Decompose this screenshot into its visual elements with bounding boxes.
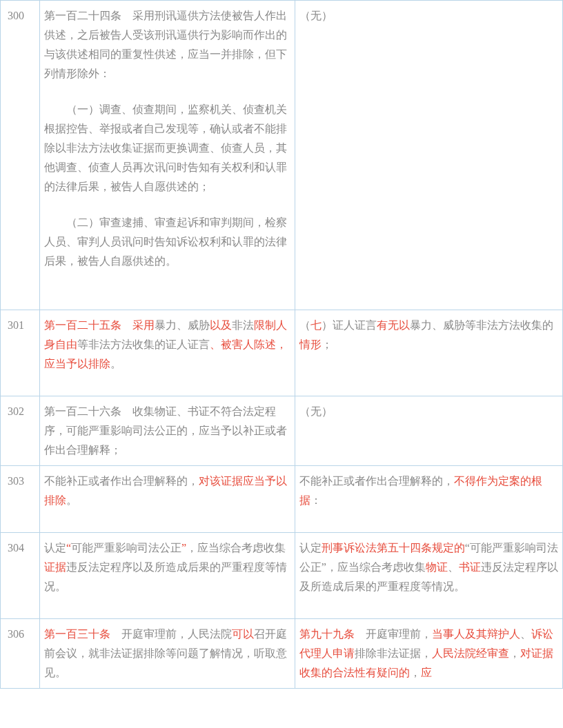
text: 等非法方法收集的证人证言 [77, 338, 210, 350]
spacer [44, 374, 290, 390]
row-number-text: 306 [8, 628, 24, 640]
text-highlight: 七 [310, 319, 322, 331]
text: 不能补正或者作出合理解释的， [299, 475, 454, 487]
text: ）证人证言 [322, 319, 377, 331]
right-cell: （七）证人证言有无以暴力、威胁等非法方法收集的情形； [295, 310, 562, 396]
text: 认定 [44, 542, 66, 554]
row-number-text: 304 [8, 542, 24, 554]
text: 开庭审理前，人民法院 [110, 628, 232, 640]
text-highlight: 有无以 [377, 319, 410, 331]
text-highlight: 人民法院经审查 [432, 647, 509, 659]
table-row: 306 第一百三十条 开庭审理前，人民法院可以召开庭前会议，就非法证据排除等问题… [1, 619, 563, 689]
text-highlight: 第一百三十条 [44, 628, 110, 640]
row-number: 300 [1, 1, 40, 310]
comparison-table: 300 第一百二十四条 采用刑讯逼供方法使被告人作出供述，之后被告人受该刑讯逼供… [0, 0, 563, 689]
text-highlight: 证据 [44, 561, 66, 573]
text: 非法 [232, 319, 254, 331]
text-highlight: 以及 [210, 319, 232, 331]
left-cell: 认定“可能严重影响司法公正”，应当综合考虑收集证据违反法定程序以及所造成后果的严… [39, 533, 295, 619]
text: 、 [448, 561, 459, 573]
text-highlight: 第一百二十五条 采用 [44, 319, 155, 331]
text: 开庭审理前， [355, 628, 432, 640]
paragraph: （一）调查、侦查期间，监察机关、侦查机关根据控告、举报或者自己发现等，确认或者不… [44, 100, 290, 196]
text: （ [299, 319, 310, 331]
text-highlight: 应 [421, 667, 432, 678]
row-number-text: 303 [8, 475, 24, 487]
text-highlight: 物证 [426, 561, 448, 573]
text: （无） [299, 10, 333, 21]
row-number: 301 [1, 310, 40, 396]
text: 第一百二十四条 采用刑讯逼供方法使被告人作出供述，之后被告人受该刑讯逼供行为影响… [44, 10, 287, 79]
table-row: 303 不能补正或者作出合理解释的，对该证据应当予以排除。 不能补正或者作出合理… [1, 466, 563, 533]
spacer [44, 83, 290, 100]
row-number-text: 300 [8, 10, 24, 21]
spacer [44, 596, 290, 613]
text: 。 [110, 358, 121, 370]
text: （二）审查逮捕、审查起诉和审判期间，检察人员、审判人员讯问时告知诉讼权利和认罪的… [44, 216, 287, 267]
left-cell: 第一百二十五条 采用暴力、威胁以及非法限制人身自由等非法方法收集的证人证言、被害… [39, 310, 295, 396]
row-number: 304 [1, 533, 40, 619]
text-highlight: 刑事诉讼法第五十四条规定的 [322, 542, 465, 554]
text: ， [410, 667, 421, 678]
text: 违反法定程序以及所造成后果的严重程度等情况。 [44, 561, 287, 592]
text-highlight: “ [66, 542, 71, 554]
row-number-text: 301 [8, 319, 24, 331]
table-row: 300 第一百二十四条 采用刑讯逼供方法使被告人作出供述，之后被告人受该刑讯逼供… [1, 1, 563, 310]
text: ； [322, 338, 333, 350]
row-number-text: 302 [8, 405, 24, 417]
text: ： [310, 494, 322, 506]
text-highlight: 当事人及其辩护人 [432, 628, 520, 640]
paragraph: （二）审查逮捕、审查起诉和审判期间，检察人员、审判人员讯问时告知诉讼权利和认罪的… [44, 213, 290, 271]
text: ， [509, 647, 520, 659]
right-cell: 不能补正或者作出合理解释的，不得作为定案的根据： [295, 466, 562, 533]
text-highlight: 情形 [299, 338, 322, 350]
row-number: 303 [1, 466, 40, 533]
text: ，应当综合考虑收集 [186, 542, 286, 554]
text: 。 [66, 494, 77, 506]
row-number: 302 [1, 396, 40, 466]
text-highlight: 书证 [459, 561, 481, 573]
text-highlight: 第九十九条 [299, 628, 355, 640]
text: 第一百二十六条 收集物证、书证不符合法定程序，可能严重影响司法公正的，应当予以补… [44, 405, 287, 456]
left-cell: 第一百三十条 开庭审理前，人民法院可以召开庭前会议，就非法证据排除等问题了解情况… [39, 619, 295, 689]
spacer [44, 196, 290, 213]
right-cell: 第九十九条 开庭审理前，当事人及其辩护人、诉讼代理人申请排除非法证据，人民法院经… [295, 619, 562, 689]
right-cell: 认定刑事诉讼法第五十四条规定的“可能严重影响司法公正”，应当综合考虑收集物证、书… [295, 533, 562, 619]
text: 不能补正或者作出合理解释的， [44, 475, 199, 487]
right-cell: （无） [295, 1, 562, 310]
paragraph: 第一百二十四条 采用刑讯逼供方法使被告人作出供述，之后被告人受该刑讯逼供行为影响… [44, 6, 290, 83]
row-number: 306 [1, 619, 40, 689]
spacer [44, 510, 290, 527]
text: 可能严重影响司法公正 [71, 542, 181, 554]
text: 、 [520, 628, 531, 640]
text: 暴力、威胁等非法方法收集的 [410, 319, 553, 331]
table-row: 302 第一百二十六条 收集物证、书证不符合法定程序，可能严重影响司法公正的，应… [1, 396, 563, 466]
text: 排除非法证据， [355, 647, 432, 659]
text: （一）调查、侦查期间，监察机关、侦查机关根据控告、举报或者自己发现等，确认或者不… [44, 103, 287, 192]
table-row: 304 认定“可能严重影响司法公正”，应当综合考虑收集证据违反法定程序以及所造成… [1, 533, 563, 619]
text: 认定 [299, 542, 322, 554]
right-cell: （无） [295, 396, 562, 466]
table-row: 301 第一百二十五条 采用暴力、威胁以及非法限制人身自由等非法方法收集的证人证… [1, 310, 563, 396]
left-cell: 不能补正或者作出合理解释的，对该证据应当予以排除。 [39, 466, 295, 533]
left-cell: 第一百二十四条 采用刑讯逼供方法使被告人作出供述，之后被告人受该刑讯逼供行为影响… [39, 1, 295, 310]
left-cell: 第一百二十六条 收集物证、书证不符合法定程序，可能严重影响司法公正的，应当予以补… [39, 396, 295, 466]
text: 暴力、威胁 [155, 319, 210, 331]
spacer [44, 271, 290, 287]
text-highlight: 可以 [232, 628, 254, 640]
text: （无） [299, 405, 333, 417]
spacer [44, 287, 290, 304]
